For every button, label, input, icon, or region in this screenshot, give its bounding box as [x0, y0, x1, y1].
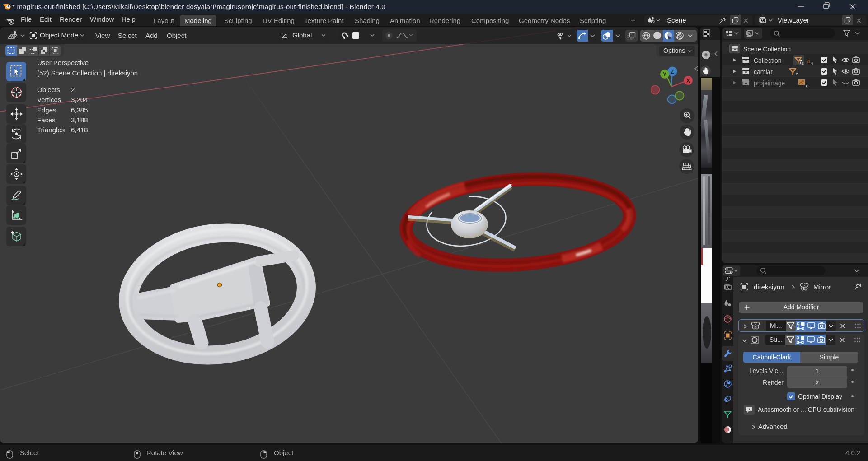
svg-text:7: 7 — [805, 83, 808, 88]
svg-text:1: 1 — [802, 61, 804, 65]
svg-text:a: a — [807, 56, 810, 65]
svg-text:Z: Z — [671, 69, 674, 75]
svg-text:Y: Y — [663, 71, 666, 78]
svg-text:4: 4 — [811, 61, 813, 65]
svg-text:6: 6 — [796, 71, 799, 76]
svg-text:X: X — [686, 78, 690, 84]
